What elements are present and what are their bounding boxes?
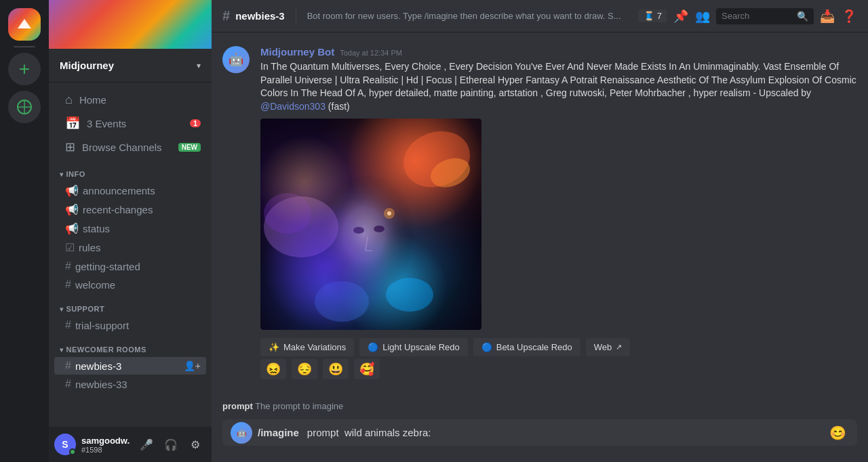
channel-name-header: # newbies-3 [222,8,285,24]
svg-point-6 [318,176,420,305]
add-server-button[interactable]: + [8,53,41,85]
channel-trial-support-label: trial-support [75,320,129,331]
message-header: Midjourney Bot Today at 12:34 PM [260,46,857,58]
reaction-4[interactable]: 🥰 [354,359,380,379]
svg-point-11 [315,281,369,322]
channel-newbies-33-label: newbies-33 [75,379,127,390]
server-icon-midjourney[interactable] [8,8,41,41]
reaction-3[interactable]: 😃 [323,359,349,379]
section-support-label: SUPPORT [66,305,105,313]
nav-events[interactable]: 📅 3 Events 1 [54,112,206,135]
user-tag: #1598 [81,446,130,454]
section-newcomer-label: NEWCOMER ROOMS [66,345,146,354]
reaction-buttons: 😖 😔 😃 🥰 [260,359,857,379]
server-banner [49,0,212,49]
make-variations-button[interactable]: ✨ Make Variations [260,338,354,356]
channel-rules[interactable]: ☑ rules [54,238,206,257]
channel-rules-label: rules [79,242,101,253]
explore-button[interactable] [8,91,41,123]
web-button[interactable]: Web ↗ [586,338,631,356]
make-variations-icon: ✨ [269,342,279,352]
light-upscale-redo-button[interactable]: 🔵 Light Upscale Redo [359,338,467,356]
channel-getting-started-label: getting-started [75,261,140,272]
light-upscale-icon: 🔵 [368,342,378,352]
channel-announcements[interactable]: 📢 announcements [54,182,206,200]
channel-newbies-33[interactable]: # newbies-33 [54,375,206,393]
section-info-label: INFO [66,170,85,178]
channel-welcome-label: welcome [75,279,115,291]
command-prefix: /imagine [258,427,299,438]
message-text: In The Quantum Multiverses, Every Choice… [260,60,857,113]
svg-point-15 [387,211,391,215]
message-mention[interactable]: @Davidson303 [260,101,326,112]
thread-count-label: 7 [657,11,662,21]
action-buttons: ✨ Make Variations 🔵 Light Upscale Redo 🔵… [260,338,857,356]
channel-name: newbies-3 [235,10,285,22]
channel-status-label: status [83,223,110,234]
search-bar[interactable]: Search 🔍 [716,8,814,24]
section-support-arrow: ▾ [60,306,64,313]
deafen-button[interactable]: 🎧 [160,434,182,455]
channel-recent-changes-label: recent-changes [83,204,153,215]
channel-status[interactable]: 📢 status [54,219,206,238]
svg-rect-4 [260,119,481,330]
section-support[interactable]: ▾ SUPPORT [49,294,212,316]
search-icon: 🔍 [797,11,808,22]
mute-button[interactable]: 🎤 [136,434,157,455]
user-controls: 🎤 🎧 ⚙ [136,434,206,455]
status-channel-icon: 📢 [65,222,79,235]
nav-browse-channels[interactable]: ⊞ Browse Channels NEW [54,135,206,159]
announcement-icon: 📢 [65,184,79,197]
channel-announcements-label: announcements [83,185,155,196]
message-item: 🤖 Midjourney Bot Today at 12:34 PM In Th… [212,43,868,382]
members-button[interactable]: 👥 [694,8,711,24]
channel-recent-changes[interactable]: 📢 recent-changes [54,201,206,219]
light-upscale-label: Light Upscale Redo [382,342,459,352]
section-newcomer[interactable]: ▾ NEWCOMER ROOMS [49,335,212,356]
settings-button[interactable]: ⚙ [184,434,206,455]
hash-icon-2: # [65,278,71,291]
prompt-label: prompt [222,401,253,411]
search-bar-text: Search [722,11,794,21]
thread-count[interactable]: 🧵 7 [638,9,667,22]
announcement-icon-2: 📢 [65,203,79,216]
emoji-button[interactable]: 😊 [827,422,849,444]
reaction-1[interactable]: 😖 [260,359,286,379]
svg-point-10 [264,193,311,234]
main-content: # newbies-3 Bot room for new users. Type… [212,0,868,462]
thread-icon: 🧵 [644,11,654,21]
section-info[interactable]: ▾ INFO [49,159,212,181]
message-input-wrapper: 🤖 /imagine 😊 [222,419,857,446]
pin-button[interactable]: 📌 [673,8,689,24]
server-sidebar: + [0,0,49,462]
user-bar: S samgoodw... #1598 🎤 🎧 ⚙ [49,427,212,462]
svg-rect-1 [260,119,481,330]
channel-getting-started[interactable]: # getting-started [54,257,206,275]
nav-browse-label: Browse Channels [82,142,162,153]
browse-new-badge: NEW [178,143,201,152]
channel-newbies-3[interactable]: # newbies-3 👤+ [54,357,206,375]
external-link-icon: ↗ [616,343,622,352]
nav-events-label: 3 Events [87,118,126,129]
inbox-button[interactable]: 📥 [819,8,835,24]
beta-upscale-redo-button[interactable]: 🔵 Beta Upscale Redo [473,338,580,356]
nav-home[interactable]: ⌂ Home [54,89,206,111]
browse-icon: ⊞ [65,140,75,154]
server-header[interactable]: Midjourney ▾ [49,49,212,83]
channel-sidebar: Midjourney ▾ ⌂ Home 📅 3 Events 1 ⊞ Brows… [49,0,212,462]
user-info: samgoodw... #1598 [81,436,130,454]
ai-image-container [260,119,481,330]
message-author: Midjourney Bot [260,46,334,58]
nav-home-label: Home [79,94,106,106]
message-content-area: Midjourney Bot Today at 12:34 PM In The … [260,46,857,379]
svg-rect-3 [260,119,481,330]
reaction-2[interactable]: 😔 [292,359,317,379]
help-button[interactable]: ❓ [841,8,857,24]
message-speed: (fast) [328,101,350,112]
message-input[interactable] [307,419,821,446]
channel-newbies-3-label: newbies-3 [75,360,121,372]
channel-trial-support[interactable]: # trial-support [54,316,206,334]
channel-welcome[interactable]: # welcome [54,276,206,293]
svg-point-9 [264,196,338,257]
hash-icon-4: # [65,360,71,372]
